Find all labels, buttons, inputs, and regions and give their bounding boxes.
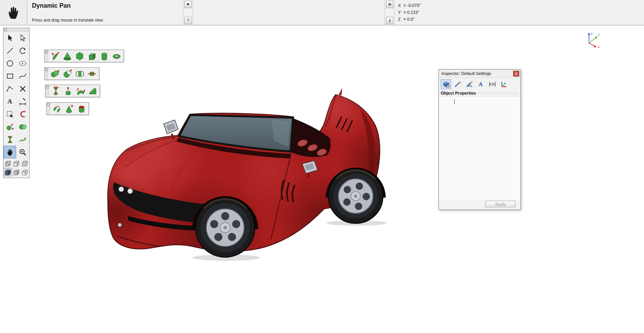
help-button[interactable]: ?	[184, 17, 192, 24]
info-button[interactable]: i	[386, 17, 393, 24]
solid-polyhedron-tool[interactable]	[74, 50, 86, 62]
cap-solid-tool[interactable]	[75, 103, 88, 114]
text-caret	[454, 99, 455, 104]
tool-subtitle: Press and drag mouse to translate view	[32, 18, 178, 22]
solid-block-tool[interactable]	[86, 50, 98, 62]
solid-extrude-tool[interactable]	[3, 120, 16, 133]
app: { "header": { "title": "Dynamic Pan", "s…	[0, 0, 644, 333]
skin-tool[interactable]	[63, 103, 75, 114]
circle-tool[interactable]	[3, 57, 16, 70]
ellipse-tool[interactable]	[16, 57, 29, 70]
dimension-tool[interactable]	[16, 95, 29, 108]
view-mode-wireframe-iso[interactable]	[4, 159, 12, 168]
tool-title: Dynamic Pan	[32, 2, 178, 9]
coordinate-buttons-column: ⊕ i	[385, 0, 395, 25]
solid-cone-tool[interactable]	[61, 50, 74, 62]
inspector-footer: Apply	[439, 200, 520, 210]
palette-grip[interactable]	[45, 85, 49, 97]
view-mode-wireframe-alt[interactable]	[21, 159, 29, 168]
magnet-tool[interactable]	[16, 108, 29, 120]
boolean-subtract-tool[interactable]	[61, 68, 74, 79]
inspector-tabs: A	[439, 78, 520, 90]
view-mode-shaded-dark[interactable]	[4, 168, 12, 176]
spline-tool[interactable]	[16, 70, 29, 82]
viewport[interactable]: A	[0, 25, 644, 333]
blend-tool[interactable]	[16, 133, 29, 146]
select-region-icon	[6, 110, 14, 118]
solid-torus-tool[interactable]	[110, 50, 123, 62]
revolve-solid-tool[interactable]	[50, 85, 62, 97]
apply-button[interactable]: Apply	[485, 201, 515, 207]
tab-text[interactable]: A	[475, 79, 486, 89]
boolean-union-tool[interactable]	[49, 68, 61, 79]
wedge-tool[interactable]	[87, 85, 99, 97]
booleans-palette	[44, 67, 99, 80]
palette-grip[interactable]	[47, 103, 50, 115]
coord-y-axis: Y	[398, 10, 403, 15]
text-tool[interactable]: A	[3, 95, 16, 108]
section-label: Object Properties	[439, 90, 520, 96]
subtract-icon	[62, 69, 72, 79]
inspector-titlebar[interactable]: Inspector: Default Settings x	[439, 70, 520, 78]
pencil-plane-icon	[465, 80, 473, 88]
cube-gear-icon	[442, 80, 450, 88]
zoom-tool[interactable]	[16, 146, 29, 158]
header-toolbar: Dynamic Pan Press and drag mouse to tran…	[0, 0, 644, 25]
boolean-intersect-tool[interactable]	[74, 68, 86, 79]
solid-cylinder-tool[interactable]	[98, 50, 110, 62]
view-mode-hidden-line[interactable]	[21, 168, 29, 176]
palette-grip[interactable]	[45, 50, 48, 62]
arc-tool[interactable]	[16, 44, 29, 57]
pencil-icon	[453, 80, 462, 88]
dimension-icon	[18, 97, 27, 106]
push-up-icon	[63, 86, 73, 96]
rectangle-tool[interactable]	[3, 70, 16, 82]
arc-icon	[18, 47, 27, 55]
coord-z-axis: Z	[398, 17, 403, 22]
coord-x-axis: X	[398, 3, 403, 8]
target-point-button[interactable]: ⊕	[386, 1, 393, 8]
header-tail-spacer	[452, 0, 644, 25]
push-extrude-tool[interactable]	[62, 85, 74, 97]
palette-grip[interactable]	[3, 28, 29, 32]
delete-tool[interactable]	[16, 82, 29, 95]
torus-icon	[112, 51, 122, 61]
blend-palette	[46, 102, 89, 115]
main-tool-palette: A	[3, 28, 30, 178]
cube-shaded-dark-icon	[4, 168, 12, 176]
tool-dropdown-button[interactable]: ▼	[184, 1, 192, 8]
boolean-icon	[18, 123, 27, 131]
revolve-tool[interactable]	[3, 133, 16, 146]
tab-transform[interactable]	[498, 79, 509, 89]
text-tab-icon: A	[478, 81, 483, 88]
tab-object-properties[interactable]	[441, 79, 451, 89]
polyline-tool[interactable]	[3, 82, 16, 95]
coord-z: Z = 0.0''	[398, 16, 452, 23]
revolve-profile-icon	[51, 86, 61, 96]
palette-grip[interactable]	[45, 68, 48, 80]
magnet-icon	[18, 110, 27, 118]
solid-stretch-tool[interactable]	[86, 68, 98, 79]
tab-draw[interactable]	[452, 79, 463, 89]
pan-tool[interactable]	[3, 146, 16, 158]
coord-y-value: = 0.123''	[403, 10, 419, 15]
boolean-tool[interactable]	[16, 120, 29, 133]
wedge-icon	[88, 86, 98, 96]
blend-surfaces-tool[interactable]	[51, 103, 63, 114]
view-mode-shaded[interactable]	[12, 168, 21, 176]
select-open-tool[interactable]	[16, 32, 29, 44]
inspector-content[interactable]	[439, 96, 520, 200]
axis-triad: z y x	[584, 31, 603, 48]
solid-extrude-tool[interactable]	[49, 50, 61, 62]
tab-dimension[interactable]	[487, 79, 497, 89]
select-tool[interactable]	[3, 32, 16, 44]
close-icon[interactable]: x	[513, 71, 519, 77]
bend-tool[interactable]	[74, 85, 87, 97]
select-region-tool[interactable]	[3, 108, 16, 120]
zoom-icon	[18, 148, 27, 157]
line-icon	[6, 47, 14, 55]
tab-style[interactable]	[464, 79, 474, 89]
line-tool[interactable]	[3, 44, 16, 57]
view-mode-wireframe[interactable]	[12, 159, 21, 168]
polyhedron-icon	[75, 51, 85, 61]
